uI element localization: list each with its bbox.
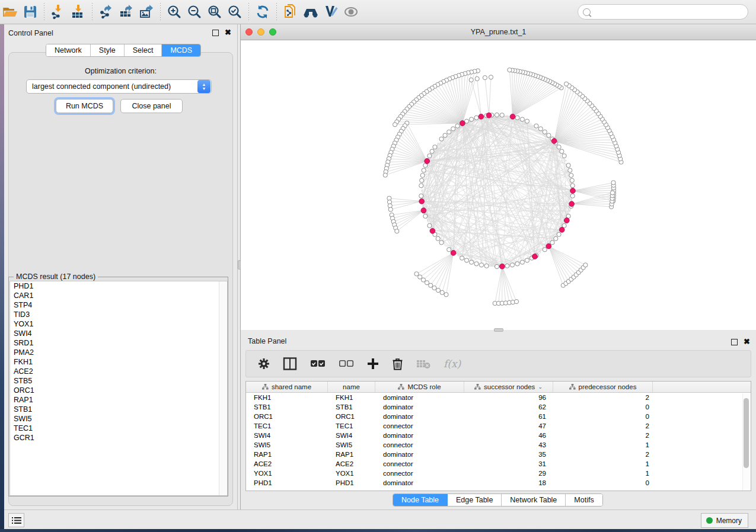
mcds-list-scrollbar[interactable] xyxy=(219,281,227,495)
task-history-button[interactable] xyxy=(8,513,24,527)
tab-network[interactable]: Network xyxy=(46,44,91,56)
refresh-icon[interactable] xyxy=(253,2,273,21)
node-table[interactable]: shared namenameMCDS rolesuccessor nodes⌄… xyxy=(245,381,751,491)
mcds-result-item[interactable]: RAP1 xyxy=(10,395,227,405)
tab-edge-table[interactable]: Edge Table xyxy=(448,494,502,506)
import-network-icon[interactable] xyxy=(48,2,68,21)
add-column-icon[interactable] xyxy=(367,358,379,370)
column-header-predecessor-nodes[interactable]: predecessor nodes xyxy=(553,382,653,392)
tab-mcds[interactable]: MCDS xyxy=(162,44,200,56)
mcds-result-item[interactable]: GCR1 xyxy=(10,433,227,443)
mcds-result-item[interactable]: TID3 xyxy=(10,310,227,319)
table-row[interactable]: ACE2ACE2connector311 xyxy=(246,459,751,469)
mcds-result-item[interactable]: PHD1 xyxy=(10,281,227,291)
mcds-result-item[interactable]: SWI4 xyxy=(10,329,227,338)
search-binoculars-icon[interactable] xyxy=(301,2,321,21)
gear-icon[interactable] xyxy=(258,358,270,370)
zoom-out-icon[interactable] xyxy=(184,2,205,21)
table-row[interactable]: STB1STB1dominator620 xyxy=(246,402,751,412)
vizmapper-icon[interactable] xyxy=(321,2,341,21)
table-cell: 29 xyxy=(464,469,553,478)
column-header-shared-name[interactable]: shared name xyxy=(246,382,328,392)
table-cell: SWI4 xyxy=(328,431,375,440)
table-cell xyxy=(653,421,751,431)
search-input[interactable] xyxy=(591,6,748,18)
delete-table-icon[interactable] xyxy=(416,359,430,369)
table-cell xyxy=(653,450,751,459)
tab-motifs[interactable]: Motifs xyxy=(566,494,602,506)
tab-network-table[interactable]: Network Table xyxy=(502,494,566,506)
tab-select[interactable]: Select xyxy=(125,44,162,56)
mcds-result-list[interactable]: PHD1CAR1STP4TID3YOX1SWI4SRD1PMA2FKH1ACE2… xyxy=(9,281,228,496)
table-cell: 0 xyxy=(553,402,653,412)
mcds-result-item[interactable]: YOX1 xyxy=(10,319,227,329)
mcds-result-item[interactable]: TEC1 xyxy=(10,424,227,433)
mcds-result-item[interactable]: STP4 xyxy=(10,300,227,310)
table-row[interactable]: RAP1RAP1dominator352 xyxy=(246,450,751,459)
import-table-icon[interactable] xyxy=(68,2,88,21)
close-panel-icon[interactable]: ✖ xyxy=(744,338,750,346)
mcds-result-item[interactable]: STB5 xyxy=(10,376,227,386)
column-header-MCDS-role[interactable]: MCDS role xyxy=(375,382,464,392)
eye-icon[interactable] xyxy=(341,2,361,21)
tab-style[interactable]: Style xyxy=(91,44,125,56)
float-window-icon[interactable] xyxy=(212,30,219,36)
table-row[interactable]: SWI5SWI5connector431 xyxy=(246,440,751,450)
deselect-all-icon[interactable] xyxy=(339,360,354,368)
column-header-name[interactable]: name xyxy=(328,382,375,392)
clone-network-icon[interactable] xyxy=(280,2,301,21)
mcds-result-item[interactable]: SWI5 xyxy=(10,414,227,424)
mcds-result-group: MCDS result (17 nodes) PHD1CAR1STP4TID3Y… xyxy=(8,277,228,496)
table-row[interactable]: FKH1FKH1dominator962 xyxy=(246,393,751,402)
network-graph[interactable] xyxy=(241,40,756,330)
table-row[interactable]: PHD1PHD1dominator180 xyxy=(246,478,751,488)
delete-icon[interactable] xyxy=(392,357,403,370)
horizontal-splitter[interactable] xyxy=(241,330,756,332)
column-header-successor-nodes[interactable]: successor nodes⌄ xyxy=(464,382,553,392)
optimization-criterion-select[interactable]: largest connected component (undirected)… xyxy=(26,79,212,94)
mcds-result-item[interactable]: PMA2 xyxy=(10,348,227,357)
search-box[interactable] xyxy=(578,4,748,20)
export-network-icon[interactable] xyxy=(96,2,116,21)
optimization-criterion-label: Optimization criterion: xyxy=(4,67,237,75)
table-row[interactable]: TEC1TEC1connector472 xyxy=(246,421,751,431)
network-window-titlebar[interactable]: YPA_prune.txt_1 xyxy=(241,24,756,40)
mcds-result-item[interactable]: SRD1 xyxy=(10,338,227,348)
hierarchy-icon xyxy=(398,384,404,390)
table-scrollbar[interactable] xyxy=(742,393,750,491)
mcds-result-item[interactable]: CAR1 xyxy=(10,291,227,300)
control-panel-title: Control Panel xyxy=(8,29,53,37)
columns-icon[interactable] xyxy=(283,357,297,370)
memory-button[interactable]: Memory xyxy=(701,513,748,528)
mcds-result-item[interactable]: ACE2 xyxy=(10,367,227,376)
save-session-icon[interactable] xyxy=(20,2,40,21)
table-cell: dominator xyxy=(375,393,464,402)
table-cell xyxy=(653,393,751,402)
tab-node-table[interactable]: Node Table xyxy=(393,494,448,506)
function-builder-icon[interactable]: f(x) xyxy=(444,358,461,370)
run-mcds-button[interactable]: Run MCDS xyxy=(56,99,113,113)
close-panel-button[interactable]: Close panel xyxy=(120,99,183,113)
table-cell: connector xyxy=(375,440,464,450)
table-scrollbar-thumb[interactable] xyxy=(744,398,749,468)
mcds-result-item[interactable]: STB1 xyxy=(10,405,227,414)
select-all-icon[interactable] xyxy=(310,360,326,368)
table-cell: dominator xyxy=(375,450,464,459)
table-row[interactable]: SWI4SWI4dominator462 xyxy=(246,431,751,440)
zoom-fit-icon[interactable] xyxy=(205,2,225,21)
table-row[interactable]: YOX1YOX1connector291 xyxy=(246,469,751,478)
zoom-selected-icon[interactable] xyxy=(225,2,245,21)
open-file-icon[interactable] xyxy=(0,2,20,21)
close-panel-icon[interactable]: ✖ xyxy=(225,28,231,37)
table-row[interactable]: ORC1ORC1dominator610 xyxy=(246,412,751,421)
splitter-grip[interactable] xyxy=(494,328,503,332)
table-cell: RAP1 xyxy=(246,450,328,459)
network-canvas[interactable] xyxy=(241,40,756,330)
table-header-row[interactable]: shared namenameMCDS rolesuccessor nodes⌄… xyxy=(246,382,751,393)
float-window-icon[interactable] xyxy=(731,339,738,345)
zoom-in-icon[interactable] xyxy=(164,2,184,21)
mcds-result-item[interactable]: FKH1 xyxy=(10,357,227,367)
export-image-icon[interactable] xyxy=(136,2,157,21)
mcds-result-item[interactable]: ORC1 xyxy=(10,386,227,395)
export-table-icon[interactable] xyxy=(116,2,136,21)
